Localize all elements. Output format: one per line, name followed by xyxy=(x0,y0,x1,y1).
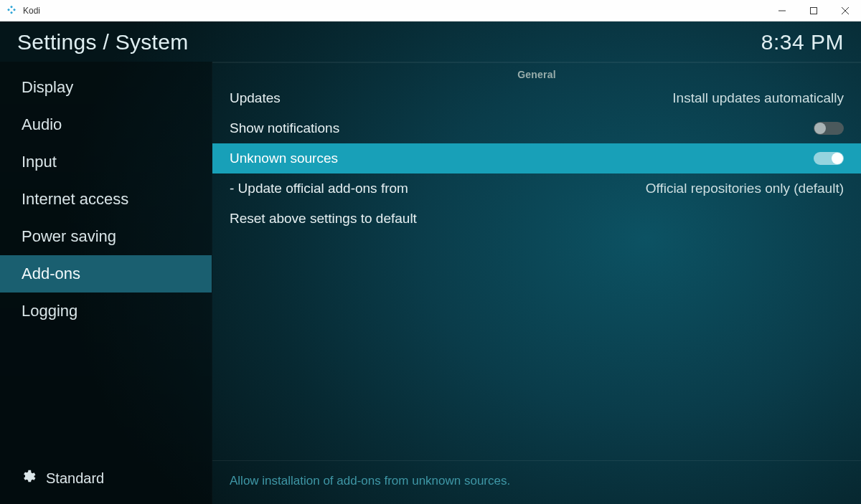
setting-value: Install updates automatically xyxy=(672,90,844,106)
sidebar-item-label: Audio xyxy=(22,115,62,133)
setting-description: Allow installation of add-ons from unkno… xyxy=(212,460,861,504)
clock: 8:34 PM xyxy=(761,30,844,54)
setting-label: Updates xyxy=(230,90,672,106)
toggle-on-icon xyxy=(814,152,844,165)
section-header: General xyxy=(212,63,861,83)
sidebar-item-power-saving[interactable]: Power saving xyxy=(0,218,212,255)
sidebar-item-display[interactable]: Display xyxy=(0,69,212,106)
svg-rect-5 xyxy=(811,7,817,14)
sidebar-item-label: Power saving xyxy=(22,227,116,245)
sidebar-item-internet-access[interactable]: Internet access xyxy=(0,181,212,218)
window-title: Kodi xyxy=(23,6,766,16)
sidebar-item-input[interactable]: Input xyxy=(0,143,212,181)
settings-panel: General Updates Install updates automati… xyxy=(212,62,861,504)
svg-rect-2 xyxy=(13,8,16,11)
divider xyxy=(212,62,861,63)
settings-level-label: Standard xyxy=(46,470,104,487)
setting-label: Unknown sources xyxy=(230,151,814,166)
sidebar-item-label: Logging xyxy=(22,302,77,320)
setting-update-official-addons[interactable]: - Update official add-ons from Official … xyxy=(212,173,861,204)
sidebar-item-logging[interactable]: Logging xyxy=(0,293,212,330)
sidebar-item-label: Internet access xyxy=(22,190,128,208)
close-button[interactable] xyxy=(829,0,861,22)
sidebar-item-label: Input xyxy=(22,153,57,171)
sidebar-item-label: Display xyxy=(22,78,73,96)
setting-label: - Update official add-ons from xyxy=(230,181,646,196)
setting-show-notifications[interactable]: Show notifications xyxy=(212,113,861,143)
svg-rect-0 xyxy=(10,5,13,8)
maximize-button[interactable] xyxy=(798,0,829,22)
setting-updates[interactable]: Updates Install updates automatically xyxy=(212,83,861,113)
minimize-button[interactable] xyxy=(766,0,798,22)
gear-icon xyxy=(20,469,36,488)
sidebar-item-audio[interactable]: Audio xyxy=(0,106,212,143)
header: Settings / System 8:34 PM xyxy=(0,22,861,62)
app-icon xyxy=(6,5,17,16)
window-titlebar: Kodi xyxy=(0,0,861,22)
settings-level-button[interactable]: Standard xyxy=(0,456,212,504)
sidebar-item-add-ons[interactable]: Add-ons xyxy=(0,255,212,293)
window-controls xyxy=(766,0,861,22)
app: Settings / System 8:34 PM Display Audio … xyxy=(0,22,861,504)
svg-rect-3 xyxy=(10,11,13,14)
setting-value: Official repositories only (default) xyxy=(646,181,844,196)
svg-rect-1 xyxy=(7,8,10,11)
setting-unknown-sources[interactable]: Unknown sources xyxy=(212,143,861,173)
toggle-off-icon xyxy=(814,122,844,135)
content: Display Audio Input Internet access Powe… xyxy=(0,62,861,504)
setting-label: Reset above settings to default xyxy=(230,211,844,227)
setting-label: Show notifications xyxy=(230,120,814,136)
sidebar: Display Audio Input Internet access Powe… xyxy=(0,62,212,504)
sidebar-item-label: Add-ons xyxy=(22,265,80,282)
setting-reset-defaults[interactable]: Reset above settings to default xyxy=(212,204,861,234)
breadcrumb: Settings / System xyxy=(17,30,189,54)
